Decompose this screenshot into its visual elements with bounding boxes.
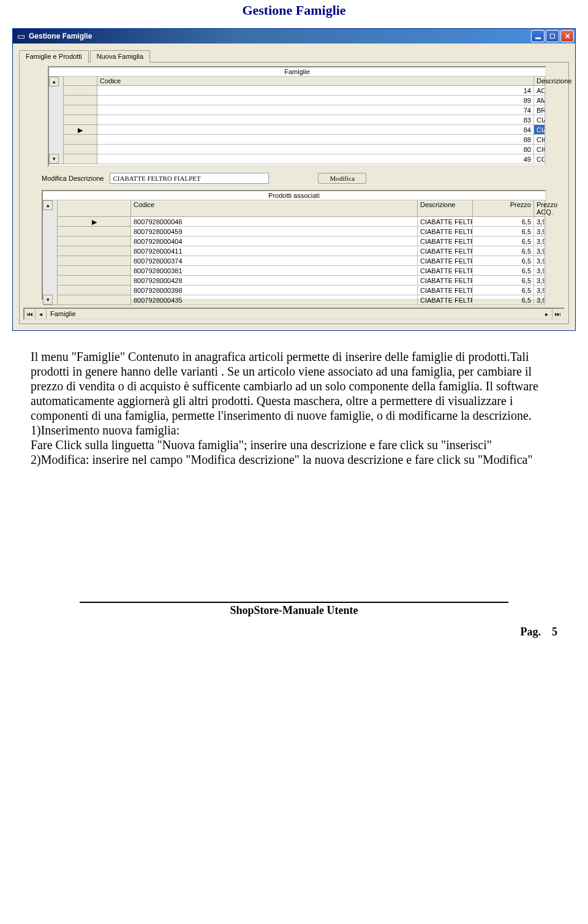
cell-codice[interactable]: 14	[97, 86, 534, 96]
body-p3: 1)Inserimento nuova famiglia:	[31, 423, 179, 437]
cell-descrizione[interactable]: CIABATTE FELTRO	[418, 295, 473, 305]
row-header[interactable]	[64, 96, 97, 105]
tab-body: Famiglie Codice Descrizione ▴ ▾ 14 ACTIV…	[19, 62, 569, 324]
cell-codice[interactable]: 49	[97, 154, 534, 164]
cell-prezzo-acq[interactable]: 3,99	[534, 276, 545, 286]
cell-descrizione[interactable]: CIABATTE FELTRO	[418, 237, 473, 246]
cell-codice[interactable]: 8007928000398	[131, 286, 418, 295]
cell-codice[interactable]: 8007928000435	[131, 295, 418, 305]
col-prezzo[interactable]: Prezzo	[473, 200, 534, 217]
cell-codice[interactable]: 84	[97, 125, 534, 135]
cell-descrizione[interactable]: CIOCCOLATA MILKA GR 0100	[534, 145, 545, 154]
cell-prezzo[interactable]: 6,5	[473, 266, 534, 276]
cell-prezzo[interactable]: 6,5	[473, 295, 534, 305]
footer-page-label: Pag.	[521, 626, 541, 638]
row-marker-icon[interactable]: ▶	[64, 125, 97, 135]
grid-corner	[58, 200, 131, 217]
col-prezzo-acq[interactable]: Prezzo ACQ.	[534, 200, 545, 217]
cell-descrizione[interactable]: CIABATTE FELTRO	[418, 217, 473, 227]
row-header[interactable]	[64, 145, 97, 154]
nav-last-button[interactable]: ⏭	[552, 309, 564, 319]
nav-prev-button[interactable]: ◂	[36, 309, 47, 319]
cell-codice[interactable]: 8007928000374	[131, 256, 418, 266]
cell-descrizione[interactable]: CIABATTE FELTRO	[418, 286, 473, 295]
row-header[interactable]	[58, 295, 131, 305]
cell-codice[interactable]: 8007928000411	[131, 246, 418, 256]
modifica-descrizione-input[interactable]	[110, 173, 269, 184]
scroll-down-icon[interactable]: ▾	[43, 295, 53, 305]
cell-descrizione[interactable]: CIABATTE FELTRO	[418, 227, 473, 237]
col-descrizione[interactable]: Descrizione	[418, 200, 473, 217]
row-header[interactable]	[58, 256, 131, 266]
cell-prezzo-acq[interactable]: 3,99	[534, 266, 545, 276]
row-header[interactable]	[64, 86, 97, 96]
cell-prezzo[interactable]: 6,5	[473, 217, 534, 227]
row-header[interactable]	[58, 286, 131, 295]
cell-codice[interactable]: 8007928000046	[131, 217, 418, 227]
row-header[interactable]	[58, 266, 131, 276]
cell-prezzo-acq[interactable]: 3,99	[534, 286, 545, 295]
cell-prezzo-acq[interactable]: 3,99	[534, 227, 545, 237]
cell-prezzo-acq[interactable]: 3,99	[534, 246, 545, 256]
cell-codice[interactable]: 88	[97, 135, 534, 145]
minimize-button[interactable]	[531, 30, 545, 42]
cell-prezzo-acq[interactable]: 3,99	[534, 295, 545, 305]
cell-codice[interactable]: 74	[97, 105, 534, 115]
row-header[interactable]	[64, 105, 97, 115]
cell-prezzo-acq[interactable]: 3,99	[534, 237, 545, 246]
prodotti-scrollbar[interactable]: ▴ ▾	[43, 200, 58, 305]
cell-codice[interactable]: 89	[97, 96, 534, 105]
row-header[interactable]	[64, 135, 97, 145]
row-header[interactable]	[64, 154, 97, 164]
cell-prezzo[interactable]: 6,5	[473, 286, 534, 295]
maximize-button[interactable]	[546, 30, 559, 42]
cell-descrizione[interactable]: CIABATTE FELTRO	[534, 115, 545, 125]
col-descrizione[interactable]: Descrizione	[534, 77, 545, 86]
cell-descrizione[interactable]: ACTIVIA DANONE FRUTTA GR 0125	[534, 86, 545, 96]
cell-prezzo[interactable]: 6,5	[473, 227, 534, 237]
modifica-button[interactable]: Modifica	[318, 173, 366, 184]
grid-corner	[64, 77, 97, 86]
cell-prezzo[interactable]: 6,5	[473, 246, 534, 256]
cell-prezzo-acq[interactable]: 3,99	[534, 217, 545, 227]
cell-prezzo-acq[interactable]: 3,99	[534, 256, 545, 266]
modifica-descrizione-label: Modifica Descrizione	[42, 175, 104, 182]
close-button[interactable]: ✕	[560, 30, 574, 42]
row-header[interactable]	[58, 246, 131, 256]
tab-famiglie-prodotti[interactable]: Famiglie e Prodotti	[19, 50, 89, 62]
cell-prezzo[interactable]: 6,5	[473, 237, 534, 246]
cell-codice[interactable]: 83	[97, 115, 534, 125]
famiglie-grid: Famiglie Codice Descrizione ▴ ▾ 14 ACTIV…	[48, 66, 546, 167]
famiglie-scrollbar[interactable]: ▴ ▾	[49, 77, 64, 164]
row-header[interactable]	[64, 115, 97, 125]
cell-descrizione[interactable]: CIABATTE FELTRO	[418, 246, 473, 256]
col-codice[interactable]: Codice	[131, 200, 418, 217]
nav-first-button[interactable]: ⏮	[24, 309, 36, 319]
cell-descrizione-selected[interactable]: CIABATTE FELTRO FIALPET	[534, 125, 545, 135]
row-header[interactable]	[58, 227, 131, 237]
cell-descrizione[interactable]: CIABATTE FELTRO	[418, 256, 473, 266]
cell-codice[interactable]: 8007928000381	[131, 266, 418, 276]
cell-descrizione[interactable]: CIOCC RITTER ASS GR 0100	[534, 135, 545, 145]
cell-codice[interactable]: 8007928000428	[131, 276, 418, 286]
row-header[interactable]	[58, 237, 131, 246]
cell-codice[interactable]: 80	[97, 145, 534, 154]
cell-prezzo[interactable]: 6,5	[473, 276, 534, 286]
cell-codice[interactable]: 8007928000404	[131, 237, 418, 246]
footer-page: Pag. 5	[0, 617, 588, 645]
cell-descrizione[interactable]: CIABATTE FELTRO	[418, 266, 473, 276]
scroll-up-icon[interactable]: ▴	[43, 200, 53, 210]
cell-descrizione[interactable]: AMBIPUR CAR AUTO	[534, 96, 545, 105]
tab-nuova-famiglia[interactable]: Nuova Famiglia	[90, 50, 150, 62]
cell-descrizione[interactable]: CIABATTE FELTRO	[418, 276, 473, 286]
scroll-down-icon[interactable]: ▾	[49, 154, 59, 164]
nav-next-button[interactable]: ▸	[541, 309, 552, 319]
col-codice[interactable]: Codice	[97, 77, 534, 86]
cell-prezzo[interactable]: 6,5	[473, 256, 534, 266]
scroll-up-icon[interactable]: ▴	[49, 77, 59, 86]
cell-codice[interactable]: 8007928000459	[131, 227, 418, 237]
cell-descrizione[interactable]: BROOKLYN 7 PEZZI	[534, 105, 545, 115]
row-marker-icon[interactable]: ▶	[58, 217, 131, 227]
cell-descrizione[interactable]: CONI LATTEBUSCHE GR 0400	[534, 154, 545, 164]
row-header[interactable]	[58, 276, 131, 286]
